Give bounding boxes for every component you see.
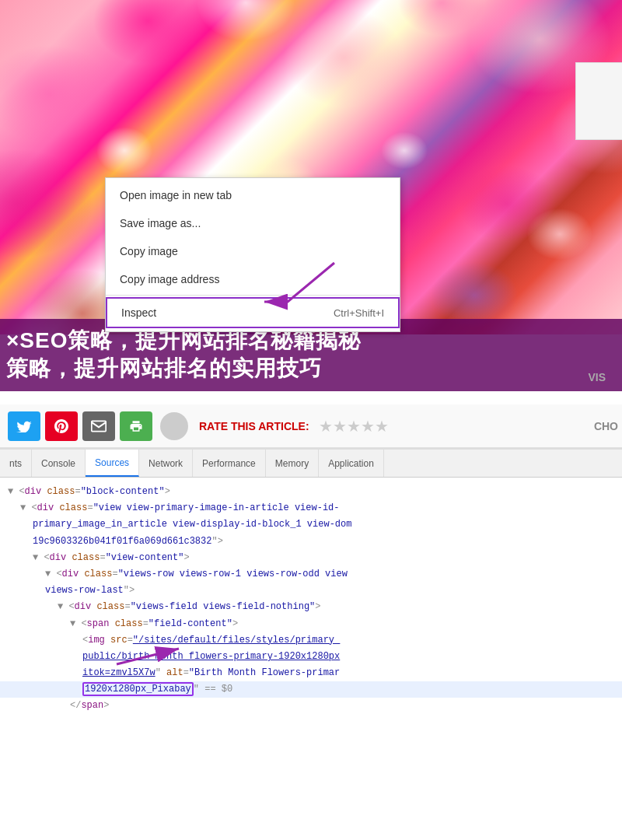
cho-label: CHO	[594, 420, 618, 432]
sidebar-box	[575, 62, 622, 140]
code-line-10: <img src="/sites/default/files/styles/pr…	[0, 632, 622, 649]
code-line-14: </span>	[0, 698, 622, 714]
code-line-1: ▼ <div class="block-content">	[0, 484, 622, 500]
tab-performance[interactable]: Performance	[193, 450, 266, 477]
context-menu-open-new-tab[interactable]: Open image in new tab	[106, 181, 400, 209]
code-line-8: ▼ <div class="views-field views-field-no…	[0, 599, 622, 615]
avatar	[160, 412, 188, 440]
code-line-7: views-row-last">	[0, 583, 622, 599]
tab-sources[interactable]: Sources	[86, 450, 139, 477]
code-line-13: 1920x1280px_Pixabay" == $0	[0, 681, 622, 698]
code-line-5: ▼ <div class="view-content">	[0, 550, 622, 566]
rate-label: RATE THIS ARTICLE:	[199, 420, 309, 432]
tab-console[interactable]: Console	[32, 450, 86, 477]
code-line-2: ▼ <div class="view view-primary-image-in…	[0, 500, 622, 516]
devtools-code-content: ▼ <div class="block-content"> ▼ <div cla…	[0, 478, 622, 840]
context-menu-save-image[interactable]: Save image as...	[106, 209, 400, 237]
code-line-9: ▼ <span class="field-content">	[0, 616, 622, 632]
visit-tag: VIS	[588, 371, 606, 383]
email-button[interactable]	[82, 411, 115, 441]
context-menu-copy-image[interactable]: Copy image	[106, 237, 400, 265]
star-rating: ★★★★★	[319, 417, 389, 436]
code-line-12: itok=zmvl5X7w" alt="Birth Month Flowers-…	[0, 665, 622, 681]
tab-nts[interactable]: nts	[0, 450, 32, 477]
code-line-6: ▼ <div class="views-row views-row-1 view…	[0, 566, 622, 583]
tab-memory[interactable]: Memory	[266, 450, 319, 477]
social-bar: RATE THIS ARTICLE: ★★★★★ CHO	[0, 404, 622, 448]
devtools-tabs: nts Console Sources Network Performance …	[0, 450, 622, 478]
context-menu: Open image in new tab Save image as... C…	[105, 177, 400, 332]
devtools-panel: nts Console Sources Network Performance …	[0, 448, 622, 840]
code-line-11: public/birth_month_flowers-primary-1920x…	[0, 649, 622, 665]
pinterest-button[interactable]	[45, 411, 78, 441]
tab-network[interactable]: Network	[139, 450, 193, 477]
print-button[interactable]	[120, 411, 152, 441]
tab-application[interactable]: Application	[319, 450, 384, 477]
twitter-button[interactable]	[8, 411, 40, 441]
code-line-4: 19c9603326b041f01f6a069d661c3832">	[0, 534, 622, 550]
article-title-line2: 策略，提升网站排名的实用技巧	[6, 355, 610, 383]
code-line-3: primary_image_in_article view-display-id…	[0, 516, 622, 533]
context-menu-separator	[106, 295, 400, 296]
context-menu-copy-address[interactable]: Copy image address	[106, 265, 400, 293]
context-menu-inspect[interactable]: Inspect Ctrl+Shift+I	[106, 297, 400, 328]
